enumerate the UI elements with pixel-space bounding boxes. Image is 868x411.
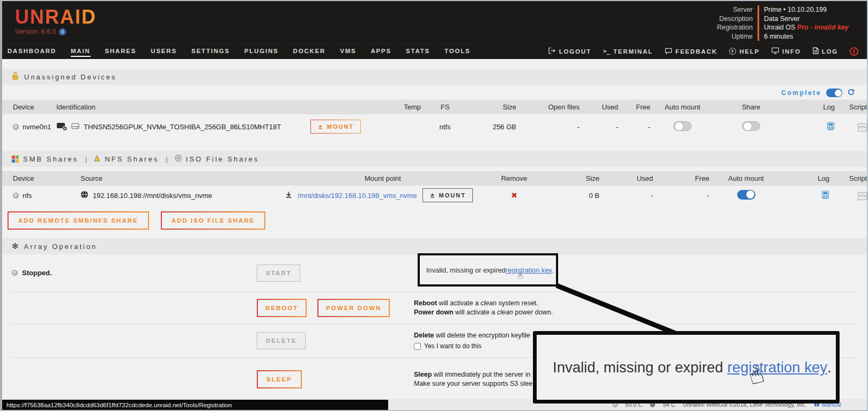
cell-device: nfs — [2, 186, 77, 205]
array-reboot-row: REBOOT POWER DOWN Reboot will activate a… — [12, 292, 857, 324]
cell-temp — [376, 114, 424, 139]
mount-button[interactable]: MOUNT — [422, 188, 473, 202]
registration-key-link-zoomed[interactable]: registration key — [728, 359, 827, 376]
terminal-icon: >_ — [603, 48, 610, 55]
refresh-icon[interactable] — [847, 88, 855, 98]
auto-mount-toggle[interactable] — [737, 190, 755, 200]
unassigned-devices-table: Device Identification Temp FS Size Open … — [2, 100, 868, 139]
remove-share-button[interactable]: ✖ — [511, 191, 517, 200]
help-icon: ? — [729, 48, 736, 55]
cell-size: 0 B — [544, 186, 603, 205]
add-remote-smb-nfs-share-button[interactable]: ADD REMOTE SMB/NFS SHARE — [8, 211, 149, 230]
cell-mount-point: /mnt/disks/192.168.10.198_vms_nvme MOUNT — [281, 186, 485, 205]
nav-apps[interactable]: APPS — [371, 46, 392, 57]
nav-plugins[interactable]: PLUGINS — [244, 46, 279, 57]
download-icon — [285, 191, 292, 200]
info-button[interactable]: INFO — [771, 47, 801, 55]
device-script-icon[interactable]: </> — [858, 123, 867, 131]
nav-tools[interactable]: TOOLS — [444, 46, 470, 57]
col-log: Log — [791, 100, 838, 114]
share-toggle[interactable] — [742, 121, 760, 131]
help-button[interactable]: ? HELP — [729, 48, 760, 55]
disk-add-icon[interactable] — [56, 121, 67, 133]
description-value: Data Server — [758, 14, 859, 24]
zoom-callout-box: Invalid, missing or expired registration… — [533, 331, 840, 403]
col-device: Device — [2, 100, 53, 114]
eject-icon — [429, 193, 435, 199]
array-status: Stopped. — [22, 269, 52, 277]
complete-label[interactable]: Complete — [781, 89, 821, 97]
array-operation-icon: ✻ — [12, 241, 19, 251]
tab-separator: | — [85, 155, 87, 163]
share-log-icon[interactable] — [821, 190, 829, 201]
mount-point-link[interactable]: /mnt/disks/192.168.10.198_vms_nvme — [298, 192, 417, 200]
case-power-icon[interactable] — [850, 47, 858, 56]
cell-script: </> — [833, 186, 868, 205]
cell-free: - — [621, 114, 654, 139]
col-mount-point: Mount point — [281, 171, 485, 186]
cell-used: - — [603, 186, 656, 205]
col-share: Share — [711, 100, 791, 114]
cell-free: - — [656, 186, 713, 205]
tab-iso-file-shares[interactable]: ISO File Shares — [175, 155, 259, 163]
registration-key-link[interactable]: registration key — [506, 266, 552, 274]
server-label: Server — [703, 5, 753, 14]
smb-windows-icon — [12, 156, 19, 163]
add-iso-file-share-button[interactable]: ADD ISO FILE SHARE — [161, 211, 265, 230]
nav-vms[interactable]: VMS — [340, 46, 356, 57]
nav-dashboard[interactable]: DASHBOARD — [8, 46, 56, 57]
nav-docker[interactable]: DOCKER — [293, 46, 326, 57]
section-title: Array Operation — [24, 243, 98, 251]
tab-nfs-shares[interactable]: NFS Shares — [94, 155, 159, 163]
device-log-icon[interactable] — [827, 122, 835, 132]
col-remove: Remove — [485, 171, 544, 186]
start-button[interactable]: START — [257, 265, 300, 282]
logout-icon — [548, 47, 556, 55]
feedback-button[interactable]: FEEDBACK — [665, 48, 717, 55]
complete-toggle[interactable] — [826, 89, 842, 97]
cell-log — [780, 186, 833, 205]
device-identification[interactable]: THNSN5256GPUK_NVMe_TOSHIBA_256GB_86LS10M… — [84, 123, 281, 131]
col-size: Size — [466, 100, 520, 114]
version-info-icon[interactable]: i — [59, 28, 66, 35]
col-open-files: Open files — [520, 100, 583, 114]
nav-users[interactable]: USERS — [151, 46, 177, 57]
delete-button[interactable]: DELETE — [257, 332, 306, 349]
power-down-button[interactable]: POWER DOWN — [317, 299, 390, 317]
remote-shares-table: Device Source Mount point Remove Size Us… — [2, 171, 868, 205]
nav-main[interactable]: MAIN — [71, 46, 91, 57]
iso-disc-icon — [175, 155, 182, 163]
device-status-icon — [13, 193, 19, 199]
server-value: Prime • 10.10.20.199 — [758, 5, 859, 14]
nav-settings[interactable]: SETTINGS — [191, 46, 230, 57]
log-icon — [813, 47, 819, 55]
nav-shares[interactable]: SHARES — [105, 46, 137, 57]
share-script-icon[interactable]: </> — [858, 192, 867, 200]
sleep-button[interactable]: SLEEP — [257, 370, 302, 388]
callout-connector-line — [552, 281, 681, 337]
cell-fs: ntfs — [424, 114, 466, 139]
server-info: ServerPrime • 10.10.20.199 DescriptionDa… — [703, 5, 859, 43]
array-status-icon — [12, 270, 18, 276]
cell-mount: MOUNT — [295, 114, 376, 139]
table-header-row: Device Source Mount point Remove Size Us… — [2, 171, 868, 186]
nav-stats[interactable]: STATS — [406, 46, 430, 57]
section-title: Unassigned Devices — [24, 73, 117, 81]
auto-mount-toggle[interactable] — [673, 121, 692, 131]
cell-log — [791, 114, 838, 139]
terminal-button[interactable]: >_ TERMINAL — [603, 48, 653, 55]
reboot-button[interactable]: REBOOT — [257, 299, 307, 317]
share-source: 192.168.10.198://mnt/disks/vms_nvme — [93, 192, 212, 200]
delete-confirm-checkbox[interactable] — [414, 343, 421, 350]
col-identification: Identification — [53, 100, 295, 114]
logout-button[interactable]: LOGOUT — [548, 47, 591, 55]
col-script: Script — [833, 171, 868, 186]
log-button[interactable]: LOG — [813, 47, 838, 55]
status-url-bar: https://f75638aa12fb340c8dcdd63d6f1ffd73… — [2, 400, 388, 410]
mount-button[interactable]: MOUNT — [310, 120, 361, 134]
tab-smb-shares[interactable]: SMB Shares — [12, 155, 78, 163]
cell-script: </> — [838, 114, 868, 139]
cell-identification: THNSN5256GPUK_NVMe_TOSHIBA_256GB_86LS10M… — [53, 114, 295, 139]
col-used: Used — [603, 171, 656, 186]
unlock-icon — [12, 72, 19, 82]
